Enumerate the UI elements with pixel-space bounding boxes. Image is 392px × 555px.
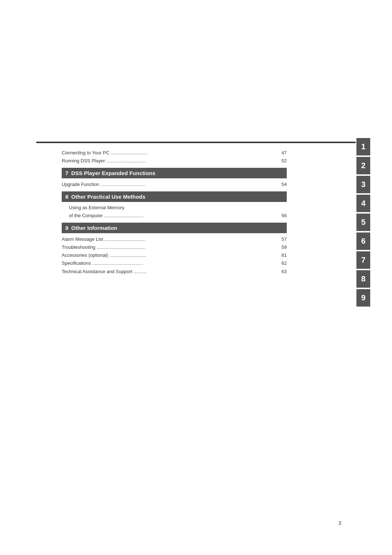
tab-label-5: 5 xyxy=(361,218,366,227)
tab-6[interactable]: 6 xyxy=(356,232,370,250)
tab-label-8: 8 xyxy=(361,274,366,284)
toc-page-upgrade: 54 xyxy=(276,181,287,189)
tab-label-3: 3 xyxy=(361,180,366,189)
tab-8[interactable]: 8 xyxy=(356,270,370,288)
toc-entry-running: Running DSS Player .....................… xyxy=(62,157,287,165)
tab-label-6: 6 xyxy=(361,236,366,246)
tab-label-2: 2 xyxy=(361,161,366,170)
section-title-9: Other Information xyxy=(71,225,117,231)
toc-entry-technical: Technical Assistance and Support .......… xyxy=(62,268,287,276)
section-title-7: DSS Player Expanded Functions xyxy=(71,170,155,176)
toc-text-accessories: Accessories (optional) .................… xyxy=(62,251,276,259)
toc-page-technical: 63 xyxy=(276,268,287,276)
right-tabs: 1 2 3 4 5 6 7 8 9 xyxy=(356,138,370,307)
tab-3[interactable]: 3 xyxy=(356,176,370,193)
section-title-8: Other Practical Use Methods xyxy=(71,194,145,200)
toc-text-connecting: Connecting to Your PC ..................… xyxy=(62,149,276,157)
tab-label-9: 9 xyxy=(361,293,366,303)
tab-7[interactable]: 7 xyxy=(356,251,370,269)
tab-9[interactable]: 9 xyxy=(356,289,370,307)
tab-5[interactable]: 5 xyxy=(356,214,370,231)
section-number-8: 8 xyxy=(65,194,68,200)
content-area: Connecting to Your PC ..................… xyxy=(62,149,287,276)
toc-page-troubleshooting: 59 xyxy=(276,243,287,251)
section-number-9: 9 xyxy=(65,225,68,231)
section-header-9: 9 Other Information xyxy=(62,223,287,233)
toc-entry-specifications: Specifications .........................… xyxy=(62,259,287,267)
toc-page-connecting: 47 xyxy=(276,149,287,157)
toc-entry-accessories: Accessories (optional) .................… xyxy=(62,251,287,259)
toc-text-troubleshooting: Troubleshooting ........................… xyxy=(62,243,276,251)
toc-page-accessories: 61 xyxy=(276,251,287,259)
tab-4[interactable]: 4 xyxy=(356,195,370,212)
tab-1[interactable]: 1 xyxy=(356,138,370,155)
toc-text-external-memory-label: Using as External Memory xyxy=(69,205,124,210)
page-number: 3 xyxy=(338,520,341,526)
toc-text-upgrade: Upgrade Function .......................… xyxy=(62,181,276,189)
tab-2[interactable]: 2 xyxy=(356,157,370,174)
toc-text-technical: Technical Assistance and Support .......… xyxy=(62,268,276,276)
toc-page-external-memory: 56 xyxy=(276,212,287,220)
toc-page-specifications: 62 xyxy=(276,259,287,267)
tab-label-7: 7 xyxy=(361,255,366,265)
toc-entry-troubleshooting: Troubleshooting ........................… xyxy=(62,243,287,251)
section-header-7: 7 DSS Player Expanded Functions xyxy=(62,168,287,178)
toc-entry-external-memory: of the Computer ........................… xyxy=(62,212,287,220)
tab-label-1: 1 xyxy=(361,142,366,151)
toc-entry-external-memory-label: Using as External Memory xyxy=(62,204,287,212)
toc-page-alarm: 57 xyxy=(276,235,287,243)
toc-page-running: 52 xyxy=(276,157,287,165)
top-rule xyxy=(36,142,356,143)
toc-entry-alarm: Alarm Message List .....................… xyxy=(62,235,287,243)
section-header-8: 8 Other Practical Use Methods xyxy=(62,191,287,202)
toc-entry-upgrade: Upgrade Function .......................… xyxy=(62,181,287,189)
toc-text-external-memory: of the Computer ........................… xyxy=(69,212,276,220)
section-number-7: 7 xyxy=(65,170,68,176)
toc-text-running: Running DSS Player .....................… xyxy=(62,157,276,165)
toc-text-specifications: Specifications .........................… xyxy=(62,259,276,267)
toc-entry-connecting: Connecting to Your PC ..................… xyxy=(62,149,287,157)
page-container: Connecting to Your PC ..................… xyxy=(0,0,392,555)
tab-label-4: 4 xyxy=(361,199,366,208)
toc-text-alarm: Alarm Message List .....................… xyxy=(62,235,276,243)
